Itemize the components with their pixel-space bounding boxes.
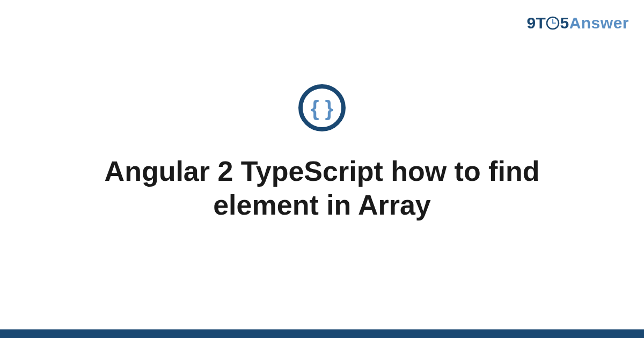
- page-title: Angular 2 TypeScript how to find element…: [54, 155, 590, 223]
- main-content: { } Angular 2 TypeScript how to find ele…: [0, 0, 644, 338]
- footer-bar: [0, 329, 644, 338]
- svg-text:{ }: { }: [311, 97, 333, 120]
- braces-icon: { }: [298, 84, 346, 134]
